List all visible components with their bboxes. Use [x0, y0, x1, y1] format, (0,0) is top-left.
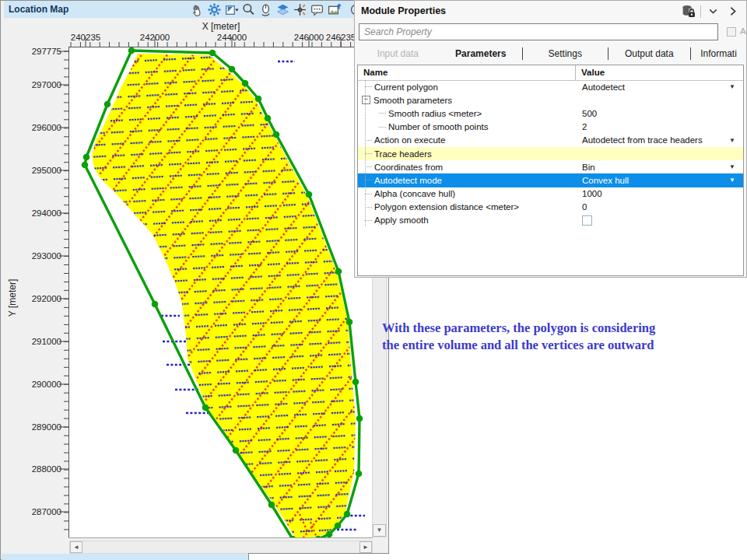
property-value[interactable]: 1000: [582, 189, 602, 198]
scroll-right-button[interactable]: ►: [359, 541, 372, 553]
map-horizontal-scrollbar[interactable]: ◄ ►: [69, 541, 373, 554]
tab-input-data[interactable]: Input data: [356, 48, 440, 59]
property-name: Coordinates from: [374, 163, 443, 172]
tab-informati[interactable]: Informati: [691, 48, 746, 59]
dropdown-arrow-icon[interactable]: ▼: [729, 177, 735, 184]
property-row[interactable]: −Smooth parameters: [358, 93, 743, 107]
property-rows: Current polygonAutodetect▼−Smooth parame…: [358, 80, 743, 275]
property-name: Trace headers: [374, 149, 432, 159]
map-toolbar: [190, 2, 359, 17]
lower-window-edge: [248, 553, 389, 560]
grid-header: Name Value: [358, 65, 743, 81]
tree-connector: [365, 86, 372, 87]
property-row[interactable]: Autodetect modeConvex hull▼: [358, 173, 743, 187]
property-value[interactable]: Bin: [582, 163, 595, 172]
scroll-left-button[interactable]: ◄: [70, 541, 82, 553]
property-row[interactable]: Number of smooth points2: [358, 121, 743, 134]
property-row[interactable]: Polygon extension distance <meter>0: [358, 201, 743, 214]
tree-connector: [365, 166, 372, 167]
screen: { "map_window": { "title": "Location Map…: [0, 0, 747, 560]
y-tick-label: 297775: [13, 47, 61, 57]
property-value[interactable]: 0: [582, 202, 587, 212]
mouse-select-icon[interactable]: [258, 2, 273, 17]
zoom-magnifier-icon[interactable]: [241, 2, 256, 17]
panel-header-icons: [681, 4, 740, 19]
tab-settings[interactable]: Settings: [523, 48, 607, 59]
map-plot-area[interactable]: [69, 47, 372, 537]
property-row[interactable]: Trace headers: [358, 147, 743, 160]
column-header-value: Value: [581, 68, 605, 77]
location-map-window: Location Map X [meter] Y [meter] ▲: [0, 0, 389, 560]
property-row[interactable]: Apply smooth: [358, 214, 743, 227]
y-tick-label: 291000: [13, 337, 61, 347]
property-row[interactable]: Action on executeAutodetect from trace h…: [358, 134, 743, 147]
property-value[interactable]: Convex hull: [582, 176, 629, 185]
y-tick-label: 293000: [13, 251, 61, 261]
y-tick-label: 287000: [13, 507, 61, 517]
scroll-down-button[interactable]: ▼: [373, 524, 386, 537]
module-properties-title: Module Properties: [355, 5, 446, 16]
y-tick-label: 297000: [13, 80, 61, 90]
dropdown-arrow-icon[interactable]: ▼: [729, 83, 735, 90]
column-divider[interactable]: [575, 65, 576, 80]
tree-connector: [379, 127, 386, 128]
property-value[interactable]: 2: [582, 122, 587, 131]
tab-parameters[interactable]: Parameters: [440, 48, 523, 59]
y-tick-label: 294000: [13, 208, 61, 219]
property-name: Current polygon: [374, 82, 438, 92]
tree-guide-line: [365, 80, 366, 226]
settings-gear-icon[interactable]: [207, 2, 222, 17]
property-row[interactable]: Coordinates fromBin▼: [358, 160, 743, 173]
y-tick-label: 288000: [13, 464, 61, 474]
column-header-name: Name: [363, 68, 388, 77]
crosshair-pick-icon[interactable]: [293, 2, 307, 17]
property-grid: Name Value Current polygonAutodetect▼−Sm…: [357, 65, 744, 276]
database-lock-icon[interactable]: [681, 4, 696, 19]
x-tick-label: 242000: [135, 33, 175, 43]
x-tick-label: 244000: [212, 33, 252, 43]
dropdown-arrow-icon[interactable]: ▼: [729, 137, 735, 144]
annotation-line2: the entire volume and all the vertices a…: [382, 337, 732, 354]
property-value[interactable]: 500: [582, 109, 597, 118]
property-row[interactable]: Smooth radius <meter>500: [358, 107, 743, 120]
tab-output-data[interactable]: Output data: [608, 48, 690, 59]
property-name: Polygon extension distance <meter>: [374, 202, 519, 212]
zoom-extent-icon[interactable]: [224, 2, 239, 17]
y-tick-label: 296000: [13, 123, 61, 133]
tree-connector: [365, 140, 372, 141]
tree-connector: [365, 153, 372, 154]
tree-connector: [365, 194, 372, 194]
module-properties-panel: Module Properties Adv Input dataParamete…: [354, 0, 747, 278]
tab-bar: Input dataParametersSettingsOutput dataI…: [356, 44, 746, 63]
x-tick-label: 240235: [65, 33, 106, 43]
property-name: Number of smooth points: [388, 122, 488, 131]
tree-connector: [365, 220, 372, 221]
y-tick-label: 289000: [13, 422, 61, 432]
comment-bubble-icon[interactable]: [310, 2, 324, 17]
dropdown-arrow-icon[interactable]: ▼: [729, 163, 735, 170]
property-value[interactable]: Autodetect from trace headers: [582, 135, 703, 145]
advanced-checkbox[interactable]: [727, 27, 736, 37]
property-name: Alpha (concave hull): [374, 189, 455, 198]
location-map-title: Location Map: [4, 4, 68, 15]
property-name: Action on execute: [374, 135, 445, 145]
layers-icon[interactable]: [275, 2, 290, 17]
property-row[interactable]: Alpha (concave hull)1000: [358, 187, 743, 201]
y-tick-label: 292000: [13, 294, 61, 304]
chevron-down-icon[interactable]: [706, 4, 721, 19]
tree-connector: [365, 180, 372, 180]
export-image-icon[interactable]: [327, 2, 342, 17]
property-name: Smooth radius <meter>: [388, 109, 482, 118]
advanced-label: Adv: [740, 26, 747, 36]
property-name: Apply smooth: [374, 215, 429, 225]
property-value[interactable]: Autodetect: [582, 82, 625, 92]
search-property-input[interactable]: [359, 23, 718, 40]
annotation-line1: With these parameters, the polygon is co…: [382, 320, 732, 337]
expand-right-icon[interactable]: [725, 4, 740, 19]
value-checkbox[interactable]: [582, 215, 592, 226]
property-row[interactable]: Current polygonAutodetect▼: [358, 80, 743, 93]
property-name: Autodetect mode: [374, 176, 442, 185]
annotation-text: With these parameters, the polygon is co…: [382, 320, 732, 354]
collapse-expander[interactable]: −: [362, 96, 370, 104]
pan-hand-icon[interactable]: [190, 2, 205, 17]
